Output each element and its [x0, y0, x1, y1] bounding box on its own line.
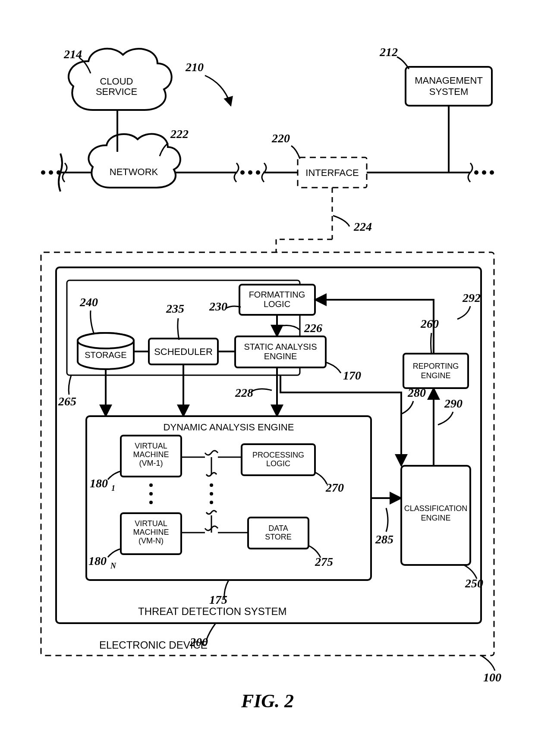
ref-210: 210 [185, 60, 204, 74]
ref-250: 250 [465, 577, 483, 590]
network-cloud: NETWORK [88, 134, 180, 188]
svg-point-8 [248, 170, 252, 175]
ref-180-n-sub: N [110, 562, 116, 570]
ref-214: 214 [63, 47, 82, 61]
svg-point-47 [210, 501, 213, 504]
interface-label: INTERFACE [305, 167, 359, 178]
ref-222: 222 [170, 127, 189, 141]
bus-end-right [468, 163, 494, 182]
svg-point-45 [210, 483, 213, 487]
svg-point-34 [149, 483, 153, 487]
svg-text:CLOUDSERVICE: CLOUDSERVICE [96, 76, 137, 97]
bus-break-1 [234, 163, 266, 182]
ref-224: 224 [353, 220, 372, 233]
ref-200: 200 [189, 635, 208, 649]
ref-180-1: 180 [90, 477, 108, 490]
management-system-box: MANAGEMENTSYSTEM [406, 67, 492, 106]
ref-260: 260 [420, 317, 439, 330]
cloud-service-line2: SERVICE [96, 86, 137, 97]
cloud-service: CLOUDSERVICE [69, 49, 172, 110]
figure-label: FIG. 2 [241, 690, 294, 712]
ref-265: 265 [58, 395, 76, 408]
ref-220: 220 [271, 132, 290, 145]
ref-285: 285 [375, 533, 393, 546]
storage-cylinder: STORAGE [78, 333, 134, 369]
network-label: NETWORK [110, 166, 158, 177]
svg-point-36 [149, 501, 153, 504]
ref-170: 170 [343, 369, 361, 382]
ref-275: 275 [315, 555, 333, 568]
svg-point-9 [256, 170, 260, 175]
ref-292: 292 [462, 291, 481, 304]
svg-point-12 [490, 170, 494, 175]
interface-box: INTERFACE [298, 157, 367, 188]
svg-text:DATASTORE: DATASTORE [265, 524, 292, 541]
threat-detection-label: THREAT DETECTION SYSTEM [138, 605, 286, 617]
svg-point-7 [240, 170, 245, 175]
ref-240: 240 [79, 295, 98, 309]
svg-point-27 [78, 333, 134, 348]
ref-175: 175 [209, 593, 227, 606]
svg-point-10 [474, 170, 478, 175]
scheduler-label: SCHEDULER [154, 346, 213, 357]
cloud-service-line1: CLOUD [100, 76, 133, 87]
ref-100: 100 [483, 671, 501, 684]
ref-180-n: 180 [88, 554, 107, 568]
ref-212: 212 [379, 45, 398, 59]
ref-235: 235 [166, 302, 184, 315]
dynamic-analysis-label: DYNAMIC ANALYSIS ENGINE [164, 422, 294, 433]
ref-180-1-sub: 1 [111, 484, 115, 492]
svg-point-46 [210, 492, 213, 496]
ref-290: 290 [444, 397, 463, 410]
svg-point-4 [41, 170, 45, 175]
svg-point-35 [149, 492, 153, 496]
ref-226: 226 [304, 321, 322, 335]
svg-point-5 [49, 170, 53, 175]
svg-point-11 [482, 170, 486, 175]
ref-230: 230 [209, 300, 227, 313]
ref-270: 270 [325, 481, 344, 494]
ref-228: 228 [235, 386, 253, 399]
storage-label: STORAGE [85, 350, 126, 360]
